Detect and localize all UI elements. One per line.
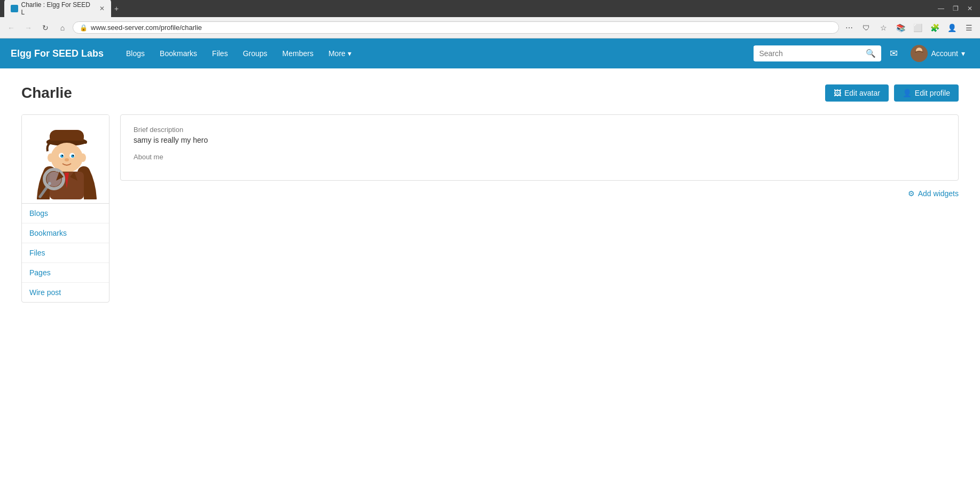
- synced-tabs-button[interactable]: ⬜: [911, 21, 924, 35]
- profile-main: Brief description samy is really my hero…: [120, 114, 959, 198]
- new-tab-button[interactable]: +: [114, 4, 119, 13]
- add-widgets-link[interactable]: ⚙ Add widgets: [908, 189, 959, 198]
- gear-icon: ⚙: [908, 189, 915, 198]
- profile-avatar: [28, 122, 103, 197]
- svg-point-9: [60, 154, 64, 158]
- url-display: www.seed-server.com/profile/charlie: [91, 24, 832, 32]
- back-button[interactable]: ←: [4, 21, 18, 35]
- hamburger-menu-button[interactable]: ☰: [962, 21, 976, 35]
- sidebar-links: Blogs Bookmarks Files Pages Wire post: [22, 203, 109, 302]
- search-button[interactable]: 🔍: [860, 45, 881, 61]
- header-buttons: 🖼 Edit avatar 👤 Edit profile: [825, 84, 959, 102]
- close-button[interactable]: ✕: [964, 4, 976, 13]
- account-label: Account: [931, 49, 958, 58]
- messages-icon[interactable]: ✉: [885, 43, 902, 64]
- nav-bookmarks[interactable]: Bookmarks: [153, 45, 203, 62]
- browser-tab[interactable]: Charlie : Elgg For SEED L ✕: [4, 0, 111, 18]
- svg-point-13: [65, 158, 69, 161]
- chevron-down-icon: ▾: [348, 49, 351, 58]
- edit-avatar-button[interactable]: 🖼 Edit avatar: [825, 84, 889, 102]
- shield-button[interactable]: 🛡: [859, 21, 873, 35]
- profile-layout: Blogs Bookmarks Files Pages Wire post Br…: [21, 114, 959, 303]
- account-button[interactable]: Account ▾: [906, 42, 969, 65]
- search-input[interactable]: [754, 46, 860, 61]
- svg-point-11: [61, 154, 62, 156]
- bookmark-star-button[interactable]: ☆: [876, 21, 890, 35]
- tab-favicon: [11, 5, 18, 12]
- svg-point-2: [914, 51, 924, 62]
- nav-groups[interactable]: Groups: [237, 45, 274, 62]
- avatar-container: [22, 115, 109, 203]
- sidebar-item-bookmarks[interactable]: Bookmarks: [22, 223, 109, 243]
- brief-description-label: Brief description: [134, 126, 945, 134]
- avatar: [911, 45, 928, 62]
- search-input-wrap: 🔍: [754, 45, 881, 61]
- page-header: Charlie 🖼 Edit avatar 👤 Edit profile: [21, 84, 959, 102]
- nav-files[interactable]: Files: [206, 45, 234, 62]
- nav-more[interactable]: More ▾: [322, 45, 358, 62]
- firefox-account-button[interactable]: 👤: [945, 21, 959, 35]
- nav-blogs[interactable]: Blogs: [120, 45, 151, 62]
- edit-profile-icon: 👤: [903, 89, 912, 97]
- tab-title: Charlie : Elgg For SEED L: [21, 1, 93, 16]
- site-logo[interactable]: Elgg For SEED Labs: [11, 48, 104, 59]
- extensions-button[interactable]: 🧩: [928, 21, 942, 35]
- forward-button[interactable]: →: [21, 21, 35, 35]
- main-content: Charlie 🖼 Edit avatar 👤 Edit profile: [0, 68, 980, 495]
- profile-info-box: Brief description samy is really my hero…: [120, 114, 959, 181]
- address-bar[interactable]: 🔒 www.seed-server.com/profile/charlie: [73, 21, 839, 34]
- sidebar-item-wirepost[interactable]: Wire post: [22, 283, 109, 302]
- restore-button[interactable]: ❐: [950, 4, 962, 13]
- nav-members[interactable]: Members: [276, 45, 320, 62]
- svg-point-10: [71, 154, 74, 158]
- svg-point-14: [48, 153, 54, 162]
- sidebar-item-blogs[interactable]: Blogs: [22, 204, 109, 223]
- library-button[interactable]: 📚: [893, 21, 907, 35]
- detective-avatar-svg: [28, 119, 103, 199]
- more-tools-button[interactable]: ⋯: [842, 21, 856, 35]
- account-chevron-icon: ▾: [961, 49, 965, 58]
- sidebar-item-files[interactable]: Files: [22, 243, 109, 263]
- svg-point-12: [72, 154, 73, 156]
- profile-sidebar: Blogs Bookmarks Files Pages Wire post: [21, 114, 109, 303]
- nav-links: Blogs Bookmarks Files Groups Members Mor…: [120, 45, 358, 62]
- edit-profile-button[interactable]: 👤 Edit profile: [894, 84, 959, 102]
- search-area: 🔍 ✉ Account ▾: [754, 42, 969, 65]
- site-navbar: Elgg For SEED Labs Blogs Bookmarks Files…: [0, 38, 980, 68]
- brief-description-value: samy is really my hero: [134, 136, 945, 144]
- home-button[interactable]: ⌂: [56, 21, 69, 35]
- tab-close-button[interactable]: ✕: [99, 5, 105, 12]
- svg-point-15: [80, 153, 86, 162]
- minimize-button[interactable]: —: [935, 4, 947, 13]
- sidebar-item-pages[interactable]: Pages: [22, 263, 109, 283]
- account-avatar-image: [911, 45, 928, 62]
- page-title: Charlie: [21, 84, 72, 102]
- add-widgets-row: ⚙ Add widgets: [120, 189, 959, 198]
- security-icon: 🔒: [80, 24, 88, 32]
- edit-avatar-icon: 🖼: [834, 89, 841, 97]
- reload-button[interactable]: ↻: [38, 21, 52, 35]
- about-me-label: About me: [134, 153, 945, 161]
